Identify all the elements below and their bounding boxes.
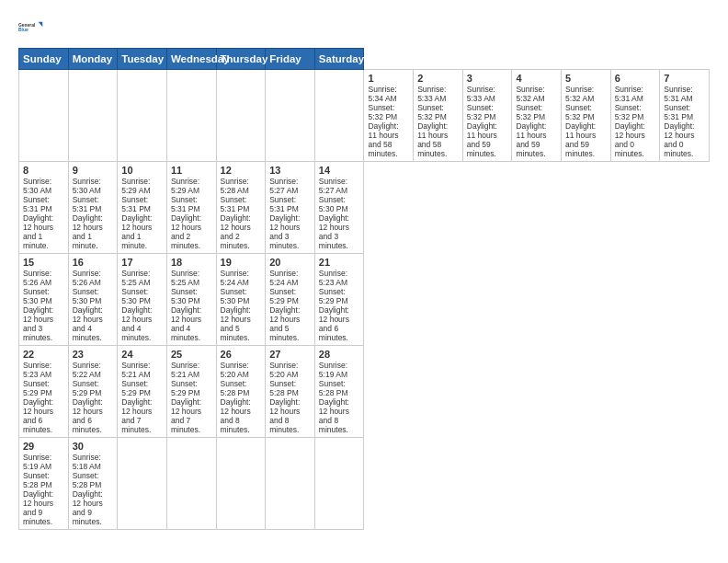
svg-text:General: General [18,23,36,28]
calendar-cell: 26Sunrise: 5:20 AMSunset: 5:28 PMDayligh… [216,346,266,438]
daylight: Daylight: 12 hours and 6 minutes. [23,397,53,434]
calendar-cell [216,438,266,530]
daylight: Daylight: 12 hours and 2 minutes. [171,213,201,250]
day-number: 18 [171,257,212,268]
calendar-cell [266,438,315,530]
daylight: Daylight: 12 hours and 7 minutes. [171,397,201,434]
sunset: Sunset: 5:28 PM [269,379,299,397]
calendar-cell: 8Sunrise: 5:30 AMSunset: 5:31 PMDaylight… [19,162,69,254]
calendar: SundayMondayTuesdayWednesdayThursdayFrid… [18,48,710,530]
sunset: Sunset: 5:31 PM [221,195,250,213]
sunrise: Sunrise: 5:19 AM [319,361,347,379]
day-number: 15 [23,257,64,268]
daylight: Daylight: 12 hours and 3 minutes. [269,213,300,250]
calendar-cell: 15Sunrise: 5:26 AMSunset: 5:30 PMDayligh… [19,254,69,346]
sunrise: Sunrise: 5:26 AM [73,269,101,287]
calendar-week-3: 15Sunrise: 5:26 AMSunset: 5:30 PMDayligh… [19,254,710,346]
header: GeneralBlue [18,15,710,40]
sunset: Sunset: 5:31 PM [171,195,200,213]
daylight: Daylight: 12 hours and 1 minute. [23,213,53,250]
sunrise: Sunrise: 5:32 AM [565,85,594,103]
sunrise: Sunrise: 5:28 AM [221,177,249,195]
calendar-cell [216,70,266,162]
sunrise: Sunrise: 5:24 AM [221,269,249,287]
sunset: Sunset: 5:30 PM [121,287,151,305]
calendar-cell: 28Sunrise: 5:19 AMSunset: 5:28 PMDayligh… [314,346,364,438]
day-number: 13 [269,165,311,176]
day-number: 10 [121,165,163,176]
sunset: Sunset: 5:28 PM [221,379,250,397]
daylight: Daylight: 12 hours and 4 minutes. [121,305,152,342]
sunset: Sunset: 5:30 PM [319,195,348,213]
daylight: Daylight: 12 hours and 8 minutes. [221,397,251,434]
sunrise: Sunrise: 5:23 AM [319,269,347,287]
svg-marker-2 [39,22,43,28]
day-number: 3 [467,73,508,84]
day-number: 24 [121,349,163,360]
calendar-week-2: 8Sunrise: 5:30 AMSunset: 5:31 PMDaylight… [19,162,710,254]
daylight: Daylight: 12 hours and 9 minutes. [73,489,103,526]
day-number: 21 [319,257,360,268]
calendar-cell: 19Sunrise: 5:24 AMSunset: 5:30 PMDayligh… [216,254,266,346]
sunrise: Sunrise: 5:19 AM [23,453,51,471]
calendar-cell: 14Sunrise: 5:27 AMSunset: 5:30 PMDayligh… [314,162,364,254]
sunset: Sunset: 5:29 PM [23,379,52,397]
sunset: Sunset: 5:29 PM [269,287,299,305]
calendar-cell: 18Sunrise: 5:25 AMSunset: 5:30 PMDayligh… [166,254,216,346]
daylight: Daylight: 12 hours and 0 minutes. [615,121,645,158]
sunset: Sunset: 5:32 PM [467,103,496,121]
calendar-cell: 6Sunrise: 5:31 AMSunset: 5:32 PMDaylight… [610,70,660,162]
sunrise: Sunrise: 5:20 AM [269,361,298,379]
sunset: Sunset: 5:29 PM [73,379,102,397]
calendar-cell: 4Sunrise: 5:32 AMSunset: 5:32 PMDaylight… [512,70,562,162]
day-header-friday: Friday [266,49,315,70]
sunrise: Sunrise: 5:25 AM [121,269,150,287]
calendar-cell: 3Sunrise: 5:33 AMSunset: 5:32 PMDaylight… [462,70,512,162]
calendar-cell [314,438,364,530]
sunrise: Sunrise: 5:23 AM [23,361,51,379]
day-number: 2 [417,73,459,84]
sunset: Sunset: 5:32 PM [368,103,397,121]
daylight: Daylight: 12 hours and 5 minutes. [221,305,251,342]
day-number: 9 [73,165,114,176]
sunrise: Sunrise: 5:25 AM [171,269,199,287]
day-number: 22 [23,349,64,360]
daylight: Daylight: 11 hours and 58 minutes. [368,121,398,158]
day-number: 7 [664,73,705,84]
sunrise: Sunrise: 5:20 AM [221,361,249,379]
day-number: 4 [516,73,557,84]
calendar-cell: 11Sunrise: 5:29 AMSunset: 5:31 PMDayligh… [166,162,216,254]
page: GeneralBlue SundayMondayTuesdayWednesday… [0,0,728,563]
sunrise: Sunrise: 5:30 AM [23,177,51,195]
daylight: Daylight: 11 hours and 59 minutes. [565,121,596,158]
day-number: 6 [615,73,656,84]
day-header-sunday: Sunday [19,49,69,70]
daylight: Daylight: 12 hours and 4 minutes. [73,305,103,342]
sunset: Sunset: 5:31 PM [664,103,693,121]
calendar-cell: 1Sunrise: 5:34 AMSunset: 5:32 PMDaylight… [364,70,414,162]
sunrise: Sunrise: 5:31 AM [615,85,643,103]
sunset: Sunset: 5:28 PM [23,471,52,489]
daylight: Daylight: 12 hours and 5 minutes. [269,305,300,342]
logo-icon: GeneralBlue [18,15,44,40]
day-number: 26 [221,349,262,360]
sunset: Sunset: 5:30 PM [23,287,52,305]
calendar-cell [19,70,69,162]
day-header-saturday: Saturday [314,49,364,70]
calendar-cell [118,438,167,530]
sunrise: Sunrise: 5:26 AM [23,269,51,287]
daylight: Daylight: 12 hours and 3 minutes. [23,305,53,342]
daylight: Daylight: 12 hours and 4 minutes. [171,305,201,342]
calendar-cell [166,438,216,530]
sunset: Sunset: 5:29 PM [319,287,348,305]
sunrise: Sunrise: 5:33 AM [467,85,495,103]
calendar-cell [266,70,315,162]
sunset: Sunset: 5:31 PM [73,195,102,213]
sunrise: Sunrise: 5:21 AM [171,361,199,379]
calendar-cell: 2Sunrise: 5:33 AMSunset: 5:32 PMDaylight… [414,70,463,162]
sunset: Sunset: 5:31 PM [23,195,52,213]
sunrise: Sunrise: 5:22 AM [73,361,101,379]
sunrise: Sunrise: 5:34 AM [368,85,396,103]
calendar-cell [68,70,118,162]
sunset: Sunset: 5:30 PM [171,287,200,305]
